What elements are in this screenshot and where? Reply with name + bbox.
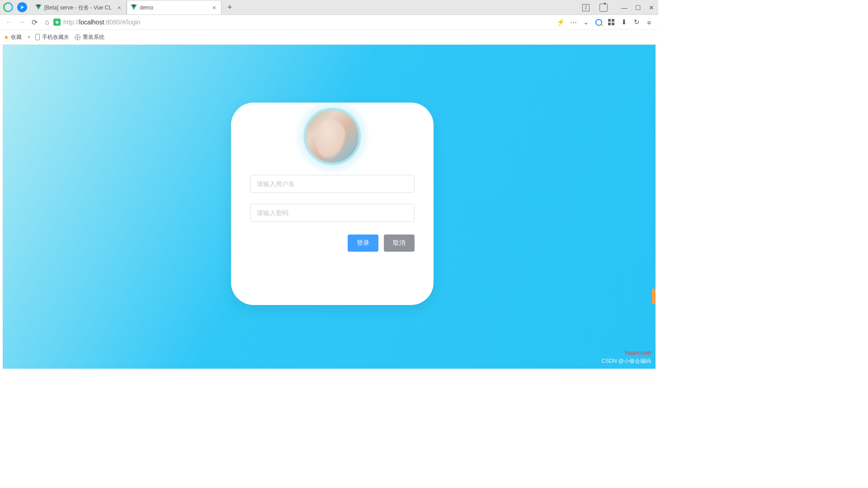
- more-icon[interactable]: ⋯: [567, 16, 580, 28]
- bookmark-label: 收藏: [11, 33, 22, 41]
- tab-label: [Beta] serve - 任务 - Vue CL: [44, 4, 116, 12]
- side-handle[interactable]: [652, 289, 656, 304]
- new-tab-button[interactable]: +: [223, 1, 236, 14]
- login-button[interactable]: 登录: [348, 235, 378, 252]
- bookmark-label: 手机收藏夹: [42, 33, 69, 41]
- url-path: :8080/#/login: [104, 19, 140, 26]
- tab-vue-cli[interactable]: [Beta] serve - 任务 - Vue CL ×: [32, 1, 127, 14]
- tab-label: demo: [140, 5, 211, 11]
- watermark-csdn: CSDN @小俊会编码: [601, 357, 651, 365]
- bookmark-reinstall[interactable]: 重装系统: [75, 33, 104, 41]
- vue-icon: [131, 5, 137, 11]
- menu-icon[interactable]: ≡: [643, 16, 656, 28]
- window-maximize[interactable]: ☐: [631, 4, 645, 11]
- download-icon[interactable]: ⬇: [618, 16, 630, 28]
- security-shield-icon: ✚: [53, 19, 61, 26]
- vue-icon: [35, 5, 42, 11]
- phone-icon: [35, 34, 40, 40]
- window-minimize[interactable]: —: [618, 4, 631, 11]
- tab-demo[interactable]: demo ×: [127, 1, 222, 14]
- cancel-button[interactable]: 取消: [384, 235, 415, 252]
- close-icon[interactable]: ×: [116, 4, 123, 11]
- nav-forward[interactable]: →: [15, 16, 28, 28]
- bookmark-bar: ★ 收藏 ▼ 手机收藏夹 重装系统: [0, 30, 658, 45]
- browser-tab-strip: ➤ [Beta] serve - 任务 - Vue CL × demo × + …: [0, 0, 658, 15]
- collapse-indicator[interactable]: ▸: [3, 189, 4, 194]
- password-input[interactable]: [250, 204, 415, 222]
- window-controls: 2 — ☐ ✕: [582, 0, 658, 15]
- url-protocol: http://: [63, 19, 79, 26]
- avatar: [304, 108, 361, 165]
- window-close[interactable]: ✕: [645, 4, 658, 11]
- username-input[interactable]: [250, 175, 415, 193]
- bookmark-favorites[interactable]: ★ 收藏: [4, 33, 22, 41]
- apps-grid-icon[interactable]: [605, 16, 618, 28]
- close-icon[interactable]: ×: [211, 4, 217, 11]
- button-row: 登录 取消: [250, 235, 415, 252]
- page-content: ▸ 登录 取消 Yuucn.com CSDN @小俊会编码: [3, 45, 656, 369]
- nav-home[interactable]: ⌂: [41, 16, 53, 28]
- chevron-down-icon[interactable]: ▼: [27, 35, 31, 39]
- chevron-down-icon[interactable]: ⌄: [580, 16, 592, 28]
- avatar-glow: [294, 98, 371, 175]
- star-icon: ★: [4, 34, 9, 41]
- search-icon[interactable]: [592, 16, 605, 28]
- address-bar: ← → ⟳ ⌂ ✚ http://localhost:8080/#/login …: [0, 15, 658, 30]
- bolt-icon[interactable]: ⚡: [554, 16, 567, 28]
- bookmark-label: 重装系统: [83, 33, 104, 41]
- url-display[interactable]: http://localhost:8080/#/login: [63, 19, 554, 26]
- nav-reload[interactable]: ⟳: [28, 16, 41, 28]
- tab-count-badge[interactable]: 2: [582, 4, 590, 11]
- url-host: localhost: [79, 19, 104, 26]
- nav-back[interactable]: ←: [3, 16, 15, 28]
- watermark-site: Yuucn.com: [624, 350, 651, 356]
- nav-plane-icon[interactable]: ➤: [17, 2, 27, 12]
- login-card: 登录 取消: [231, 103, 434, 305]
- globe-icon: [75, 34, 80, 40]
- undo-icon[interactable]: ↻: [630, 16, 643, 28]
- extensions-icon[interactable]: [599, 4, 608, 12]
- browser-logo: [3, 2, 13, 12]
- bookmark-mobile[interactable]: 手机收藏夹: [35, 33, 69, 41]
- tabs: [Beta] serve - 任务 - Vue CL × demo × +: [32, 0, 236, 14]
